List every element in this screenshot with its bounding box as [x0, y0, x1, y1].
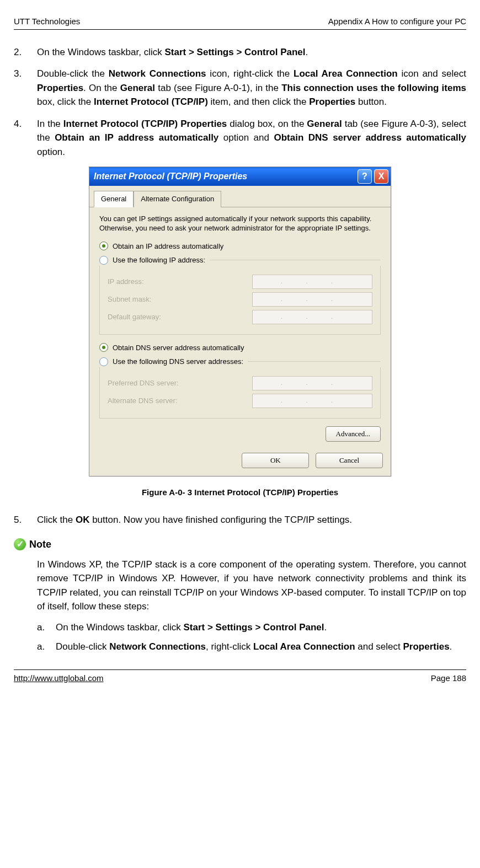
step-number: a. — [37, 620, 45, 635]
text: . — [306, 47, 308, 57]
group-ip-manual: IP address: . . . Subnet mask: . . . Def… — [99, 266, 381, 335]
text-bold: Local Area Connection — [253, 641, 355, 652]
text: and select — [355, 641, 403, 652]
step-2: 2. On the Windows taskbar, click Start >… — [14, 45, 466, 60]
window-title: Internet Protocol (TCP/IP) Properties — [94, 170, 247, 183]
text: Click the — [37, 515, 76, 525]
field-label: IP address: — [108, 276, 144, 287]
text: On the Windows taskbar, click — [37, 47, 164, 57]
text: In the — [37, 119, 63, 129]
field-label: Subnet mask: — [108, 294, 152, 305]
radio-use-ip[interactable]: Use the following IP address: — [99, 255, 205, 266]
footer-url[interactable]: http://www.uttglobal.com — [14, 672, 104, 685]
text: option and — [218, 132, 274, 143]
field-ip-address: IP address: . . . — [108, 275, 372, 289]
tab-general[interactable]: General — [94, 191, 134, 207]
text: . — [450, 641, 452, 652]
group-line — [248, 361, 381, 362]
text-bold: OK — [76, 515, 90, 525]
advanced-button[interactable]: Advanced... — [326, 426, 381, 442]
group-dns-manual: Preferred DNS server: . . . Alternate DN… — [99, 367, 381, 419]
figure-caption: Figure A-0- 3 Internet Protocol (TCP/IP)… — [14, 486, 466, 499]
step-number: 5. — [14, 513, 22, 527]
field-subnet-mask: Subnet mask: . . . — [108, 292, 372, 307]
text: . — [324, 622, 327, 633]
text-bold: General — [120, 83, 155, 93]
header-right: Appendix A How to configure your PC — [328, 15, 466, 28]
text-bold: Obtain an IP address automatically — [55, 132, 218, 143]
text: icon, right-click the — [206, 68, 294, 79]
close-icon: X — [378, 170, 385, 183]
group-ip-manual-header: Use the following IP address: — [99, 255, 381, 266]
text: button. Now you have finished configurin… — [89, 515, 352, 525]
text-bold: Local Area Connection — [294, 68, 398, 79]
text-bold: Start > Settings > Control Panel — [164, 47, 305, 57]
radio-icon — [99, 357, 108, 366]
radio-icon — [99, 256, 108, 265]
alternate-dns-input[interactable]: . . . — [252, 394, 372, 408]
dialog-footer: OK Cancel — [89, 447, 391, 476]
text-bold: Properties — [403, 641, 450, 652]
text-bold: Properties — [309, 97, 355, 107]
ok-button[interactable]: OK — [242, 453, 309, 468]
text-bold: Internet Protocol (TCP/IP) Properties — [63, 119, 227, 129]
text-bold: This connection uses the following items — [281, 83, 466, 93]
text: option. — [37, 147, 65, 157]
step-number: 3. — [14, 67, 22, 81]
field-default-gateway: Default gateway: . . . — [108, 310, 372, 324]
text-bold: Network Connections — [109, 641, 206, 652]
dialog-description: You can get IP settings assigned automat… — [99, 214, 381, 233]
step-number: a. — [37, 640, 45, 654]
text-bold: General — [307, 119, 342, 129]
titlebar-buttons: ? X — [358, 169, 388, 184]
text: item, and then click the — [208, 97, 309, 107]
substep-a1: a. On the Windows taskbar, click Start >… — [37, 620, 466, 635]
text: Double-click the — [37, 68, 109, 79]
step-number: 4. — [14, 117, 22, 131]
help-button[interactable]: ? — [358, 169, 372, 184]
radio-label: Use the following IP address: — [113, 255, 205, 266]
close-button[interactable]: X — [374, 169, 388, 184]
page-footer: http://www.uttglobal.com Page 188 — [14, 669, 466, 685]
group-line — [210, 260, 381, 260]
radio-obtain-ip-auto[interactable]: Obtain an IP address automatically — [99, 241, 381, 252]
radio-label: Obtain DNS server address automatically — [113, 342, 244, 353]
check-icon: ✓ — [14, 538, 26, 550]
help-icon: ? — [362, 170, 367, 183]
text-bold: Internet Protocol (TCP/IP) — [94, 97, 208, 107]
tab-alternate-configuration[interactable]: Alternate Configuration — [134, 191, 221, 207]
field-label: Preferred DNS server: — [108, 378, 179, 389]
radio-label: Obtain an IP address automatically — [113, 241, 223, 252]
step-3: 3. Double-click the Network Connections … — [14, 67, 466, 109]
page-header: UTT Technologies Appendix A How to confi… — [14, 15, 466, 30]
ip-address-input[interactable]: . . . — [252, 275, 372, 289]
substep-a2: a. Double-click Network Connections, rig… — [37, 640, 466, 654]
note-heading: ✓ Note — [14, 537, 466, 552]
header-left: UTT Technologies — [14, 15, 80, 28]
note-substeps: a. On the Windows taskbar, click Start >… — [37, 620, 466, 654]
titlebar: Internet Protocol (TCP/IP) Properties ? … — [89, 167, 391, 186]
text: button. — [355, 97, 387, 107]
radio-use-dns[interactable]: Use the following DNS server addresses: — [99, 356, 243, 367]
radio-icon — [99, 242, 108, 250]
default-gateway-input[interactable]: . . . — [252, 310, 372, 324]
subnet-mask-input[interactable]: . . . — [252, 292, 372, 307]
step-number: 2. — [14, 45, 22, 60]
tabstrip: General Alternate Configuration — [89, 186, 391, 207]
group-dns-manual-header: Use the following DNS server addresses: — [99, 356, 381, 367]
radio-icon — [99, 343, 108, 352]
preferred-dns-input[interactable]: . . . — [252, 376, 372, 390]
instruction-list: 2. On the Windows taskbar, click Start >… — [14, 45, 466, 159]
tcpip-properties-dialog: Internet Protocol (TCP/IP) Properties ? … — [89, 167, 391, 476]
cancel-button[interactable]: Cancel — [316, 453, 383, 468]
text: box, click the — [37, 97, 94, 107]
field-alternate-dns: Alternate DNS server: . . . — [108, 394, 372, 408]
text-bold: Start > Settings > Control Panel — [183, 622, 324, 633]
text: On the Windows taskbar, click — [56, 622, 183, 633]
figure-dialog: Internet Protocol (TCP/IP) Properties ? … — [14, 167, 466, 476]
step-5: 5. Click the OK button. Now you have fin… — [14, 513, 466, 527]
text: , right-click — [206, 641, 253, 652]
radio-obtain-dns-auto[interactable]: Obtain DNS server address automatically — [99, 342, 381, 353]
text-bold: Network Connections — [109, 68, 206, 79]
dialog-body: You can get IP settings assigned automat… — [89, 207, 391, 447]
